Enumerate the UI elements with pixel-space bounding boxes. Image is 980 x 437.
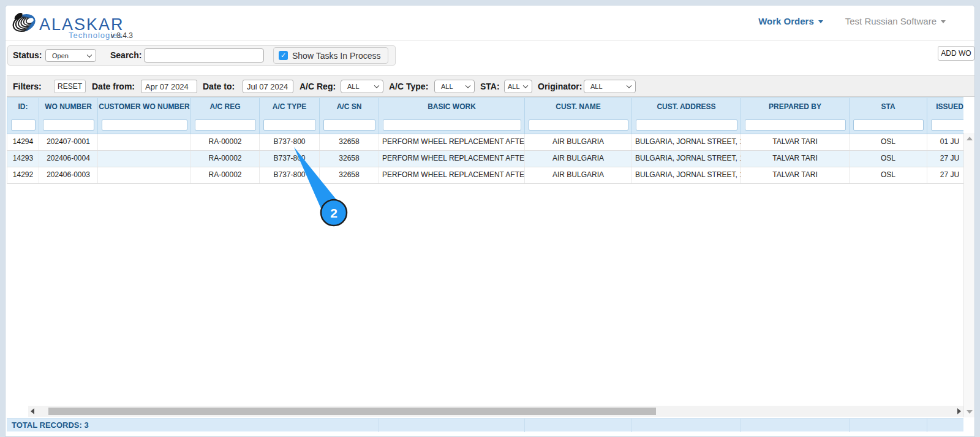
table-row[interactable]: 14294202407-0001RA-00002B737-80032658PER… [7,134,963,151]
app-window: ALASKAR Technologies v 8.4.3 Work Orders… [5,5,975,437]
table-footer: TOTAL RECORDS: 3 [7,418,963,431]
table-body: 14294202407-0001RA-00002B737-80032658PER… [7,134,963,184]
column-header-cust-name[interactable]: CUST. NAME [525,98,632,116]
sta-select-value: ALL [508,83,520,90]
cell-customer-wo-number [98,151,191,167]
footer-divider [524,419,525,432]
horizontal-scrollbar-thumb[interactable] [48,408,656,415]
search-label: Search: [110,50,141,60]
column-header-basic-work[interactable]: BASIC WORK [379,98,525,116]
footer-divider [631,419,632,432]
filters-bar: Filters: RESET Date from: Date to: A/C R… [7,75,974,97]
cell-issued: 27 JU [927,167,963,183]
cell-a-c-sn: 32658 [320,151,379,167]
column-filter-cell [98,116,191,134]
table-row[interactable]: 14293202406-0004RA-00002B737-80032658PER… [7,151,963,167]
cell-a-c-reg: RA-00002 [191,151,260,167]
footer-divider [741,419,741,432]
column-filter-cell [379,116,525,134]
column-header-prepared-by[interactable]: PREPARED BY [741,98,850,116]
column-filter-input-a-c-reg[interactable] [195,120,256,131]
show-tasks-label: Show Tasks In Process [292,51,380,61]
footer-divider [849,419,850,432]
footer-divider [379,419,379,432]
column-filter-input-customer-wo-number[interactable] [102,120,187,131]
cell-wo-number: 202406-0004 [39,151,98,167]
show-tasks-checkbox-group[interactable]: ✓ Show Tasks In Process [273,47,388,64]
table-row[interactable]: 14292202406-0003RA-00002B737-80032658PER… [7,167,963,184]
cell-sta: OSL [850,151,927,167]
add-wo-button[interactable]: ADD WO [938,46,974,61]
cell-id: 14293 [7,151,39,167]
alaskar-logo-icon [12,9,41,35]
cell-basic-work: PERFORM WHEEL REPLACEMENT AFTER [379,151,525,167]
footer-divider [927,419,927,432]
column-filter-input-prepared-by[interactable] [745,120,846,131]
cell-sta: OSL [850,134,927,150]
cell-prepared-by: TALVAR TARI [741,151,850,167]
column-filter-input-a-c-sn[interactable] [323,120,375,131]
column-filter-cell [320,116,379,134]
column-filter-input-a-c-type[interactable] [263,120,316,131]
search-input[interactable] [144,48,264,63]
cell-prepared-by: TALVAR TARI [741,167,850,183]
horizontal-scrollbar[interactable] [28,406,963,417]
cell-a-c-reg: RA-00002 [191,167,260,183]
column-filter-input-basic-work[interactable] [383,120,521,131]
page: ALASKAR Technologies v 8.4.3 Work Orders… [0,0,980,437]
sta-select[interactable]: ALL [504,80,532,93]
menu-account[interactable]: Test Russian Software [845,16,946,26]
column-filter-input-id[interactable] [11,120,36,131]
column-filter-input-wo-number[interactable] [43,120,94,131]
column-filter-input-sta[interactable] [853,120,924,131]
column-header-customer-wo-number[interactable]: CUSTOMER WO NUMBER [98,98,191,116]
column-filter-cell [741,116,850,134]
chevron-down-icon [523,83,528,88]
column-header-a-c-sn[interactable]: A/C SN [320,98,379,116]
chevron-down-icon [941,20,946,23]
scroll-left-icon[interactable] [31,408,34,414]
cell-a-c-type: B737-800 [260,167,320,183]
column-header-wo-number[interactable]: WO NUMBER [39,98,98,116]
column-filter-input-issued[interactable] [931,120,964,131]
ac-reg-select[interactable]: ALL [341,80,383,93]
column-header-issued[interactable]: ISSUED [927,98,963,116]
originator-select[interactable]: ALL [584,80,636,93]
checkbox-checked-icon[interactable]: ✓ [279,51,288,60]
menu-work-orders[interactable]: Work Orders [758,16,823,26]
scroll-right-icon[interactable] [957,408,961,414]
scroll-up-icon[interactable] [967,137,973,140]
cell-wo-number: 202407-0001 [39,134,98,150]
column-header-id[interactable]: ID: [7,98,39,116]
column-filter-input-cust-address[interactable] [636,120,737,131]
cell-cust-address: BULGARIA, JORNAL STREET, 12 [632,134,741,150]
status-toolbar: Status: Open Search: ✓ Show Tasks In Pro… [7,45,396,66]
cell-cust-address: BULGARIA, JORNAL STREET, 12 [632,167,741,183]
column-header-a-c-type[interactable]: A/C TYPE [260,98,320,116]
column-filter-cell [927,116,963,134]
ac-reg-label: A/C Reg: [300,82,336,91]
work-orders-table: ID:WO NUMBERCUSTOMER WO NUMBERA/C REGA/C… [7,97,963,184]
date-from-label: Date from: [92,82,135,91]
column-filter-cell [525,116,632,134]
column-header-cust-address[interactable]: CUST. ADDRESS [632,98,741,116]
status-select[interactable]: Open [45,49,96,62]
vertical-scrollbar[interactable] [963,133,974,417]
column-header-sta[interactable]: STA [850,98,927,116]
column-filter-cell [39,116,98,134]
reset-filters-button[interactable]: RESET [54,80,86,93]
cell-customer-wo-number [98,167,191,183]
date-to-input[interactable] [243,80,293,93]
cell-a-c-type: B737-800 [260,134,320,150]
date-from-input[interactable] [141,80,197,93]
app-version: v 8.4.3 [111,31,133,40]
cell-id: 14294 [7,134,39,150]
ac-type-select[interactable]: ALL [434,80,475,93]
cell-issued: 01 JU [927,134,963,150]
column-filter-cell [7,116,39,134]
column-header-a-c-reg[interactable]: A/C REG [191,98,260,116]
column-filter-input-cust-name[interactable] [529,120,628,131]
scroll-down-icon[interactable] [967,410,973,414]
total-records-label: TOTAL RECORDS: 3 [12,420,89,430]
cell-a-c-reg: RA-00002 [191,134,260,150]
